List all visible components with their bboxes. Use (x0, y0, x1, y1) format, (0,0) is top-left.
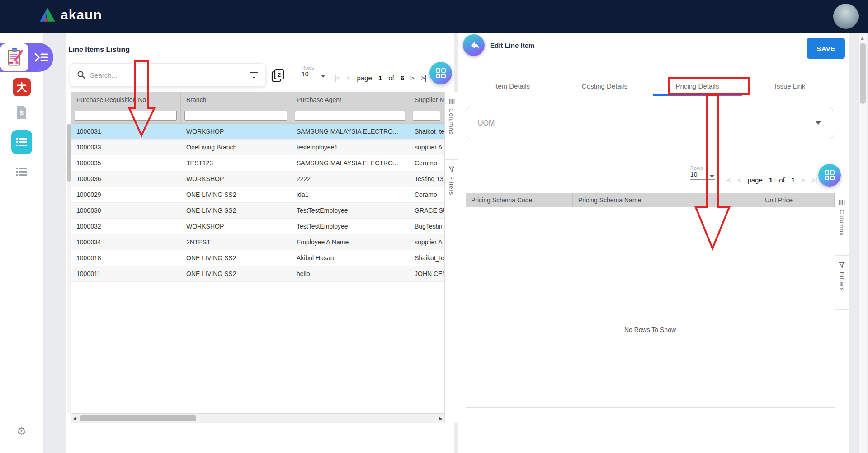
next-page-button[interactable]: > (801, 176, 805, 184)
rows-per-page-select[interactable]: Rows 10 (690, 165, 715, 180)
sidebar-item-billing[interactable]: $ (0, 105, 43, 120)
table-cell-no: 1000036 (71, 171, 181, 187)
table-row[interactable]: 1000018ONE LIVING SS2Akibul HasanShaikot… (71, 250, 444, 266)
next-page-button[interactable]: > (410, 74, 415, 82)
column-header[interactable]: Branch (181, 92, 291, 107)
column-filter-input[interactable] (413, 111, 440, 121)
table-row[interactable]: 1000033OneLiving Branchtestemployee1supp… (71, 140, 444, 155)
save-button[interactable]: SAVE (807, 38, 845, 59)
search-placeholder: Search... (90, 71, 245, 79)
table-row[interactable]: 1000029ONE LIVING SS2ida1Ceramo (71, 187, 444, 203)
of-word: of (779, 176, 785, 184)
table-cell-branch: WORKSHOP (181, 124, 291, 139)
uom-label: UOM (478, 119, 816, 127)
scroll-left-icon[interactable]: ◀ (71, 416, 78, 421)
rows-per-page-select[interactable]: Rows 10 (302, 65, 326, 79)
filter-list-icon[interactable] (249, 72, 258, 78)
table-cell-branch: WORKSHOP (181, 219, 291, 234)
table-row[interactable]: 1000030ONE LIVING SS2TestTestEmployeeGRA… (71, 203, 444, 219)
column-header[interactable]: Pricing Schema Name (573, 193, 684, 207)
filter-cell (291, 107, 409, 123)
table-cell-no: 1000031 (71, 124, 181, 139)
column-filter-input[interactable] (184, 111, 287, 121)
back-arrow-icon (468, 39, 480, 51)
scroll-up-icon[interactable]: ▲ (860, 35, 866, 41)
sidebar-item-listing[interactable] (0, 167, 43, 177)
grid-view-button[interactable] (818, 164, 841, 187)
first-page-button[interactable]: |< (335, 74, 340, 82)
sidebar-item-red-app[interactable] (0, 78, 43, 96)
table-row[interactable]: 1000032WORKSHOPTestTestEmployeeBugTestin (71, 219, 444, 234)
pagination: |< < page 1 of 6 > >| (335, 74, 426, 82)
filter-funnel-icon (839, 262, 845, 268)
column-header[interactable]: Unit Price (684, 193, 798, 207)
current-page: 1 (769, 176, 773, 184)
filters-tool-tab[interactable]: Filters (835, 256, 849, 310)
first-page-button[interactable]: |< (725, 176, 731, 184)
table-cell-no: 1000034 (71, 234, 181, 250)
tab-issue-link[interactable]: Issue Link (744, 77, 836, 95)
column-header[interactable]: Pricing Schema Code (466, 193, 573, 207)
avatar[interactable] (833, 4, 859, 29)
scroll-right-icon[interactable]: ▶ (437, 416, 444, 421)
columns-tab-label: Columns (839, 210, 845, 236)
column-header[interactable]: Purchase Requisition No (71, 92, 181, 107)
grid-icon (824, 169, 835, 181)
scrollbar-thumb[interactable] (67, 124, 71, 182)
table-row[interactable]: 1000011ONE LIVING SS2helloJOHN CEN (71, 266, 444, 282)
back-button[interactable] (463, 34, 485, 56)
tab-costing-details[interactable]: Costing Details (558, 77, 651, 95)
table-cell-branch: 2NTEST (181, 234, 291, 250)
brand-logo[interactable]: akaun (39, 7, 102, 23)
search-icon (77, 71, 85, 79)
tab-pricing-details[interactable]: Pricing Details (651, 77, 744, 95)
chinese-character-icon (13, 78, 31, 96)
table-body (466, 207, 835, 408)
sidebar-item-settings[interactable]: ⚙ (0, 425, 43, 438)
rows-value: 10 (690, 171, 698, 178)
table-cell-no: 1000029 (71, 187, 181, 202)
divider (458, 95, 840, 95)
uom-select[interactable]: UOM (466, 107, 833, 139)
table-cell-agent: ida1 (291, 187, 409, 202)
scrollbar-thumb[interactable] (860, 43, 866, 104)
empty-table-message: No Rows To Show (466, 326, 835, 333)
scrollbar-thumb[interactable] (80, 415, 196, 421)
table-row[interactable]: 1000036WORKSHOP2222Testing 13 (71, 171, 444, 187)
table-cell-supplier: Testing 13 (409, 171, 444, 187)
chevron-down-icon (321, 75, 326, 78)
sidebar-item-app-launcher[interactable] (0, 43, 53, 72)
brand-name: akaun (61, 7, 102, 23)
pagination: |< < page 1 of 1 > >| (725, 176, 817, 184)
search-input[interactable]: Search... (70, 63, 266, 87)
table-cell-supplier: JOHN CEN (409, 266, 444, 281)
table-cell-agent: SAMSUNG MALAYSIA ELECTRO... (291, 124, 409, 139)
last-page-button[interactable]: >| (421, 74, 427, 82)
column-filter-input[interactable] (295, 111, 405, 121)
columns-tool-tab[interactable]: Columns (445, 92, 458, 160)
table-cell-branch: ONE LIVING SS2 (181, 203, 291, 218)
column-header[interactable]: Supplier Name (409, 92, 444, 107)
sidebar-item-line-items[interactable] (0, 130, 43, 154)
table-row[interactable]: 1000035TEST123SAMSUNG MALAYSIA ELECTRO..… (71, 155, 444, 171)
column-header[interactable]: Purchase Agent (291, 92, 409, 107)
grid-view-button[interactable] (429, 62, 452, 84)
prev-page-button[interactable]: < (737, 176, 741, 184)
tab-item-details[interactable]: Item Details (466, 77, 558, 95)
sidebar: $ ⚙ (0, 33, 43, 453)
table-cell-agent: Employee A Name (291, 234, 409, 250)
filters-tab-label: Filters (448, 176, 455, 195)
last-page-button[interactable]: >| (811, 176, 817, 184)
pages-icon[interactable]: 2 (271, 69, 285, 84)
filter-funnel-icon (448, 166, 455, 173)
column-header[interactable] (798, 193, 835, 207)
table-cell-no: 1000030 (71, 203, 181, 218)
prev-page-button[interactable]: < (347, 74, 351, 82)
column-filter-input[interactable] (75, 111, 177, 121)
table-row[interactable]: 1000031WORKSHOPSAMSUNG MALAYSIA ELECTRO.… (71, 124, 444, 140)
columns-tool-tab[interactable]: Columns (835, 193, 849, 256)
table-cell-no: 1000018 (71, 250, 181, 266)
table-cell-no: 1000035 (71, 155, 181, 171)
filters-tool-tab[interactable]: Filters (445, 160, 458, 223)
table-row[interactable]: 10000342NTESTEmployee A Namesupplier A (71, 234, 444, 250)
